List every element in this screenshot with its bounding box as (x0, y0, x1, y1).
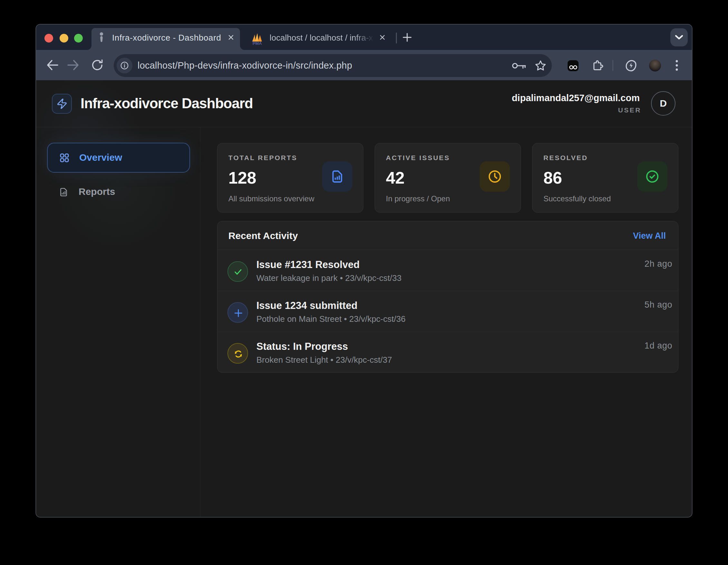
svg-text:PMA: PMA (253, 41, 262, 46)
